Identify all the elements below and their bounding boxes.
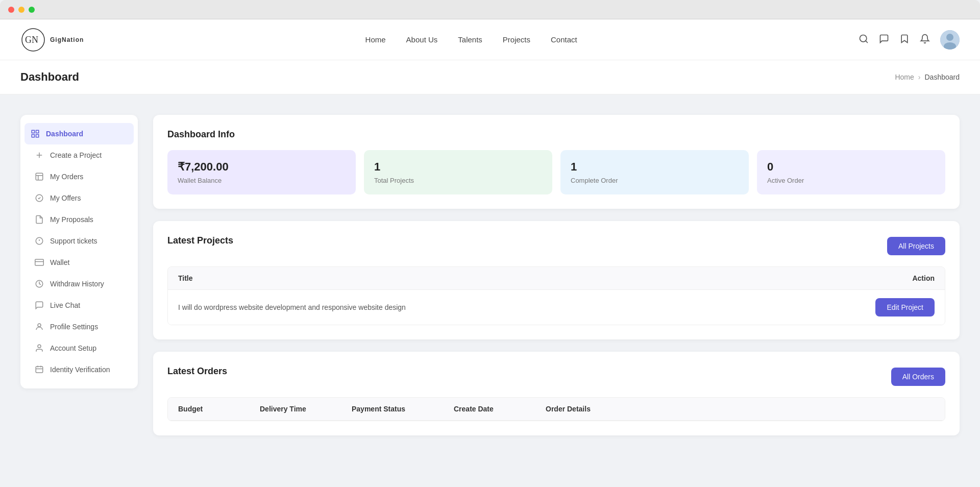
sidebar-label-profile-settings: Profile Settings bbox=[50, 323, 98, 331]
sidebar-item-wallet[interactable]: Wallet bbox=[24, 252, 134, 273]
stat-card-total-projects: 1 Total Projects bbox=[364, 150, 552, 194]
sidebar-item-support-tickets[interactable]: Support tickets bbox=[24, 230, 134, 252]
nav-contact[interactable]: Contact bbox=[551, 35, 577, 44]
navbar: GN GigNation Home About Us Talents Proje… bbox=[0, 19, 980, 60]
svg-rect-11 bbox=[36, 173, 43, 180]
wallet-icon bbox=[35, 258, 44, 267]
notification-icon[interactable] bbox=[920, 34, 930, 46]
support-tickets-icon bbox=[35, 236, 44, 246]
my-proposals-icon bbox=[35, 215, 44, 224]
svg-rect-18 bbox=[35, 259, 44, 265]
stat-complete-order-label: Complete Order bbox=[571, 177, 739, 184]
svg-point-5 bbox=[946, 34, 953, 41]
col-header-title: Title bbox=[178, 274, 853, 282]
svg-text:GN: GN bbox=[25, 35, 38, 45]
my-offers-icon bbox=[35, 193, 44, 203]
nav-home[interactable]: Home bbox=[365, 35, 386, 44]
sidebar-label-dashboard: Dashboard bbox=[46, 130, 83, 138]
latest-projects-section: Latest Projects All Projects Title Actio… bbox=[153, 221, 960, 339]
col-header-budget: Budget bbox=[178, 405, 260, 413]
svg-rect-8 bbox=[36, 130, 39, 133]
orders-table-header: Budget Delivery Time Payment Status Crea… bbox=[168, 398, 945, 421]
svg-line-3 bbox=[866, 40, 868, 42]
sidebar-label-account-setup: Account Setup bbox=[50, 344, 96, 352]
main-area: Dashboard Create a Project My Orders bbox=[0, 94, 980, 468]
withdraw-history-icon bbox=[35, 279, 44, 288]
sidebar-item-create-project[interactable]: Create a Project bbox=[24, 144, 134, 166]
navbar-actions bbox=[859, 30, 960, 50]
logo-area: GN GigNation bbox=[20, 27, 84, 53]
window-dot-minimize[interactable] bbox=[18, 7, 24, 13]
sidebar: Dashboard Create a Project My Orders bbox=[20, 115, 138, 448]
svg-rect-7 bbox=[32, 130, 34, 133]
orders-table: Budget Delivery Time Payment Status Crea… bbox=[167, 397, 945, 421]
sidebar-item-account-setup[interactable]: Account Setup bbox=[24, 337, 134, 359]
projects-section-title: Latest Projects bbox=[167, 235, 233, 246]
sidebar-item-my-orders[interactable]: My Orders bbox=[24, 166, 134, 187]
identity-verification-icon bbox=[35, 365, 44, 374]
bookmark-icon[interactable] bbox=[899, 34, 910, 46]
all-orders-button[interactable]: All Orders bbox=[891, 368, 945, 386]
stat-total-projects-value: 1 bbox=[374, 160, 542, 174]
sidebar-label-my-orders: My Orders bbox=[50, 173, 83, 181]
dashboard-icon bbox=[31, 129, 40, 138]
stat-active-order-label: Active Order bbox=[767, 177, 935, 184]
logo-text: GigNation bbox=[50, 36, 84, 43]
sidebar-label-identity-verification: Identity Verification bbox=[50, 366, 110, 374]
stat-wallet-value: ₹7,200.00 bbox=[178, 160, 346, 174]
orders-section-header: Latest Orders All Orders bbox=[167, 366, 945, 387]
sidebar-item-identity-verification[interactable]: Identity Verification bbox=[24, 359, 134, 380]
svg-rect-9 bbox=[36, 135, 39, 137]
sidebar-item-my-proposals[interactable]: My Proposals bbox=[24, 209, 134, 230]
nav-links: Home About Us Talents Projects Contact bbox=[365, 35, 577, 44]
table-row: I will do wordpress website development … bbox=[168, 290, 945, 325]
sidebar-item-dashboard[interactable]: Dashboard bbox=[24, 123, 134, 144]
stat-active-order-value: 0 bbox=[767, 160, 935, 174]
nav-about[interactable]: About Us bbox=[406, 35, 438, 44]
nav-projects[interactable]: Projects bbox=[503, 35, 530, 44]
col-header-date: Create Date bbox=[454, 405, 546, 413]
stat-card-active-order: 0 Active Order bbox=[757, 150, 945, 194]
dashboard-info-title: Dashboard Info bbox=[167, 129, 945, 140]
window-dot-fullscreen[interactable] bbox=[29, 7, 35, 13]
breadcrumb-separator: › bbox=[918, 73, 921, 81]
stat-card-wallet: ₹7,200.00 Wallet Balance bbox=[167, 150, 356, 194]
svg-rect-10 bbox=[32, 135, 34, 137]
logo-icon: GN bbox=[20, 27, 46, 53]
search-icon[interactable] bbox=[859, 34, 869, 46]
projects-section-header: Latest Projects All Projects bbox=[167, 235, 945, 256]
sidebar-item-withdraw-history[interactable]: Withdraw History bbox=[24, 273, 134, 295]
all-projects-button[interactable]: All Projects bbox=[887, 237, 945, 255]
sidebar-item-live-chat[interactable]: Live Chat bbox=[24, 295, 134, 316]
window-dot-close[interactable] bbox=[8, 7, 14, 13]
sidebar-item-my-offers[interactable]: My Offers bbox=[24, 187, 134, 209]
svg-rect-23 bbox=[36, 367, 43, 373]
sidebar-label-withdraw-history: Withdraw History bbox=[50, 280, 104, 288]
projects-table: Title Action I will do wordpress website… bbox=[167, 266, 945, 325]
breadcrumb-current: Dashboard bbox=[925, 73, 960, 81]
account-setup-icon bbox=[35, 344, 44, 353]
edit-project-button[interactable]: Edit Project bbox=[875, 298, 935, 316]
sidebar-item-profile-settings[interactable]: Profile Settings bbox=[24, 316, 134, 337]
sidebar-label-create-project: Create a Project bbox=[50, 151, 102, 159]
stat-card-complete-order: 1 Complete Order bbox=[560, 150, 749, 194]
live-chat-icon bbox=[35, 301, 44, 310]
col-header-delivery: Delivery Time bbox=[260, 405, 352, 413]
projects-table-header: Title Action bbox=[168, 267, 945, 290]
latest-orders-section: Latest Orders All Orders Budget Delivery… bbox=[153, 352, 960, 435]
stat-complete-order-value: 1 bbox=[571, 160, 739, 174]
col-header-action: Action bbox=[853, 274, 935, 282]
chat-icon[interactable] bbox=[879, 34, 889, 46]
nav-talents[interactable]: Talents bbox=[458, 35, 482, 44]
page-title: Dashboard bbox=[20, 70, 79, 84]
stat-total-projects-label: Total Projects bbox=[374, 177, 542, 184]
content-panel: Dashboard Info ₹7,200.00 Wallet Balance … bbox=[153, 115, 960, 448]
my-orders-icon bbox=[35, 172, 44, 181]
stat-wallet-label: Wallet Balance bbox=[178, 177, 346, 184]
breadcrumb-home[interactable]: Home bbox=[895, 73, 914, 81]
profile-settings-icon bbox=[35, 322, 44, 331]
project-title: I will do wordpress website development … bbox=[178, 303, 853, 311]
create-project-icon bbox=[35, 151, 44, 160]
avatar[interactable] bbox=[940, 30, 960, 50]
orders-section-title: Latest Orders bbox=[167, 366, 227, 377]
